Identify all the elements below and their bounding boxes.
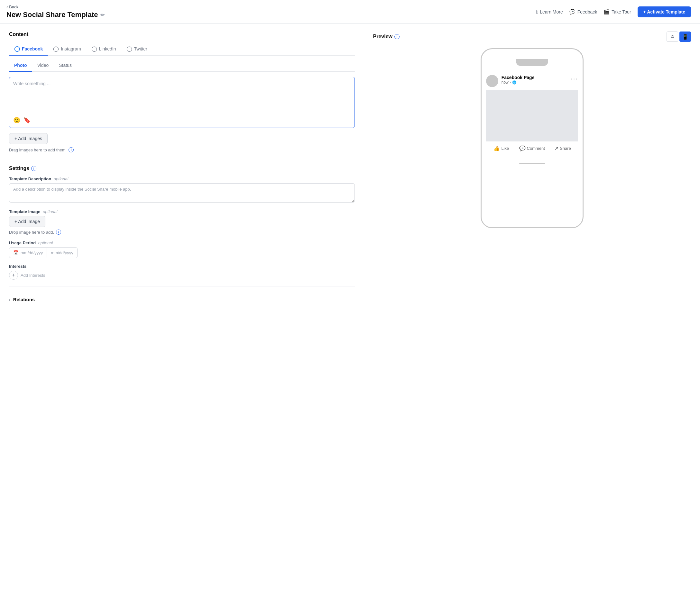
fb-share-action[interactable]: ↗ Share: [547, 144, 578, 153]
main-layout: Content ◯ Facebook ◯ Instagram ◯ LinkedI…: [0, 24, 700, 596]
tab-linkedin[interactable]: ◯ LinkedIn: [86, 43, 121, 56]
fb-globe-icon: 🌐: [512, 80, 517, 84]
calendar-icon: 📅: [13, 250, 19, 255]
template-description-label-text: Template Description: [9, 177, 51, 181]
activate-template-button[interactable]: + Activate Template: [638, 6, 691, 17]
add-images-button[interactable]: + Add Images: [9, 133, 48, 144]
divider-1: [9, 159, 355, 159]
emoji-smile-icon[interactable]: 🙂: [13, 117, 20, 124]
comment-label: Comment: [527, 146, 545, 151]
add-interests-button[interactable]: +: [9, 271, 18, 280]
divider-2: [9, 286, 355, 286]
date-start-placeholder: mm/dd/yyyy: [21, 251, 43, 255]
usage-period-field: Usage Period optional 📅 mm/dd/yyyy mm/dd…: [9, 240, 355, 258]
post-text-input[interactable]: [13, 81, 351, 113]
template-image-label: Template Image optional: [9, 209, 355, 214]
tab-twitter-label: Twitter: [134, 46, 147, 51]
comment-icon: 💬: [519, 145, 526, 151]
fb-author: Facebook Page now · 🌐: [501, 75, 535, 84]
like-icon: 👍: [494, 145, 500, 151]
desktop-view-button[interactable]: 🖥: [667, 31, 678, 42]
phone-mockup: Facebook Page now · 🌐 ···: [481, 48, 583, 228]
interests-row: + Add Interests: [9, 271, 355, 280]
settings-info-icon[interactable]: i: [31, 166, 36, 171]
activate-label: + Activate Template: [643, 9, 685, 15]
content-title-text: Content: [9, 31, 28, 37]
linkedin-icon: ◯: [91, 46, 97, 52]
interests-field: Interests + Add Interests: [9, 264, 355, 280]
tab-instagram-label: Instagram: [61, 46, 81, 51]
add-image-label: + Add Image: [15, 219, 40, 224]
learn-more-label: Learn More: [540, 9, 563, 15]
date-end-input[interactable]: mm/dd/yyyy: [47, 248, 77, 258]
page-title-text: New Social Share Template: [6, 10, 98, 19]
fb-more-options[interactable]: ···: [571, 75, 578, 82]
template-description-field: Template Description optional: [9, 177, 355, 204]
tab-instagram[interactable]: ◯ Instagram: [48, 43, 86, 56]
share-label: Share: [560, 146, 571, 151]
preview-title: Preview i: [373, 34, 400, 40]
mobile-view-button[interactable]: 📱: [679, 31, 691, 42]
drop-info-icon[interactable]: i: [56, 230, 61, 235]
back-label: Back: [9, 4, 18, 9]
date-end-placeholder: mm/dd/yyyy: [51, 251, 73, 255]
twitter-icon: ◯: [126, 46, 132, 52]
facebook-icon: ◯: [14, 46, 20, 52]
template-description-input[interactable]: [9, 183, 355, 203]
tab-photo[interactable]: Photo: [9, 59, 32, 72]
view-toggle: 🖥 📱: [667, 31, 691, 42]
add-images-label: + Add Images: [15, 136, 42, 141]
feedback-icon: 💬: [569, 9, 575, 15]
usage-period-label: Usage Period optional: [9, 240, 355, 245]
header-left: ‹ Back New Social Share Template ✏: [6, 4, 104, 19]
tab-status-label: Status: [59, 63, 72, 68]
drop-hint-text: Drop image here to add.: [9, 230, 54, 235]
content-tabs: Photo Video Status: [9, 59, 355, 72]
fb-like-action[interactable]: 👍 Like: [486, 144, 517, 153]
add-image-button[interactable]: + Add Image: [9, 216, 45, 227]
preview-info-icon[interactable]: i: [394, 34, 400, 39]
tab-status[interactable]: Status: [54, 59, 77, 72]
facebook-post-preview: Facebook Page now · 🌐 ···: [481, 71, 582, 158]
date-start-input[interactable]: 📅 mm/dd/yyyy: [9, 248, 47, 258]
phone-home-bar: [519, 163, 545, 164]
drag-info-icon[interactable]: i: [69, 147, 74, 152]
fb-post-time: now: [501, 80, 508, 84]
fb-comment-action[interactable]: 💬 Comment: [517, 144, 547, 153]
fb-avatar: [486, 75, 498, 87]
fb-post-header: Facebook Page now · 🌐 ···: [486, 75, 578, 87]
content-section-title: Content: [9, 31, 355, 37]
right-panel: Preview i 🖥 📱: [364, 24, 700, 596]
usage-period-optional: optional: [38, 240, 53, 245]
info-circle-icon: ℹ: [536, 9, 538, 15]
template-image-label-text: Template Image: [9, 209, 40, 214]
template-image-optional: optional: [43, 209, 57, 214]
phone-notch: [516, 59, 548, 66]
desktop-icon: 🖥: [670, 34, 675, 40]
tab-twitter[interactable]: ◯ Twitter: [121, 43, 152, 56]
tab-linkedin-label: LinkedIn: [99, 46, 116, 51]
relations-row[interactable]: › Relations: [9, 293, 355, 306]
take-tour-link[interactable]: 🎬 Take Tour: [603, 9, 631, 15]
tab-photo-label: Photo: [14, 63, 27, 68]
back-link[interactable]: ‹ Back: [6, 4, 104, 9]
feedback-link[interactable]: 💬 Feedback: [569, 9, 597, 15]
feedback-label: Feedback: [577, 9, 597, 15]
settings-title-text: Settings: [9, 165, 29, 171]
text-area-icons: 🙂 🔖: [13, 117, 351, 124]
tab-video[interactable]: Video: [32, 59, 54, 72]
fb-image-area: [486, 90, 578, 141]
emoji-tag-icon[interactable]: 🔖: [24, 117, 30, 124]
edit-title-icon[interactable]: ✏: [100, 12, 104, 18]
share-icon: ↗: [554, 145, 558, 151]
interests-label: Interests: [9, 264, 355, 269]
template-description-optional: optional: [54, 177, 69, 181]
date-range: 📅 mm/dd/yyyy mm/dd/yyyy: [9, 247, 77, 258]
chevron-right-icon: ›: [9, 297, 10, 302]
tab-facebook[interactable]: ◯ Facebook: [9, 43, 48, 56]
template-description-label: Template Description optional: [9, 177, 355, 181]
preview-header: Preview i 🖥 📱: [373, 31, 691, 42]
usage-period-label-text: Usage Period: [9, 240, 36, 245]
learn-more-link[interactable]: ℹ Learn More: [536, 9, 563, 15]
header-right: ℹ Learn More 💬 Feedback 🎬 Take Tour + Ac…: [536, 6, 691, 17]
